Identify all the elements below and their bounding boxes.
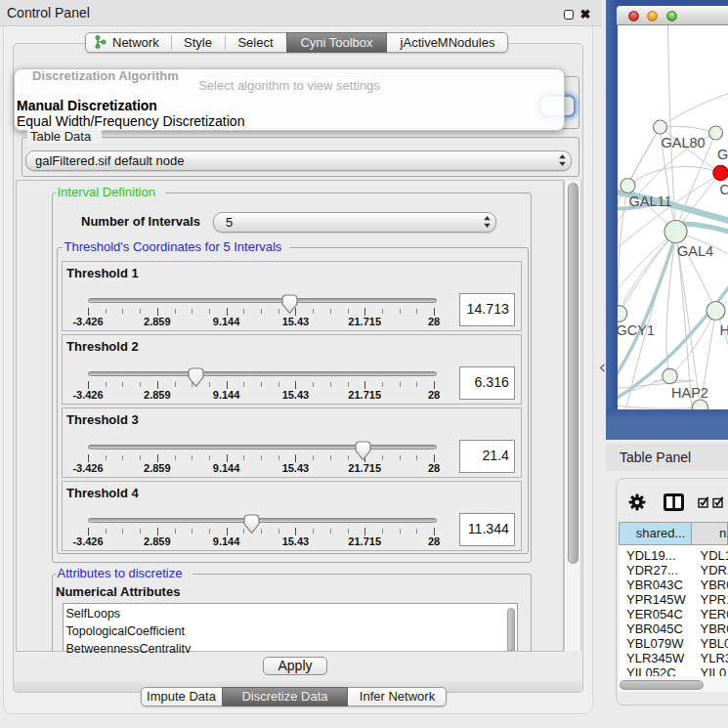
svg-text:H: H <box>719 322 728 338</box>
svg-text:GA: GA <box>717 147 728 162</box>
svg-text:C: C <box>719 182 728 197</box>
svg-text:GAL4: GAL4 <box>677 243 713 259</box>
svg-text:GCY1: GCY1 <box>618 322 655 338</box>
svg-text:GAL11: GAL11 <box>628 193 671 209</box>
svg-text:GAL80: GAL80 <box>661 135 705 150</box>
svg-text:HAP2: HAP2 <box>671 385 708 401</box>
